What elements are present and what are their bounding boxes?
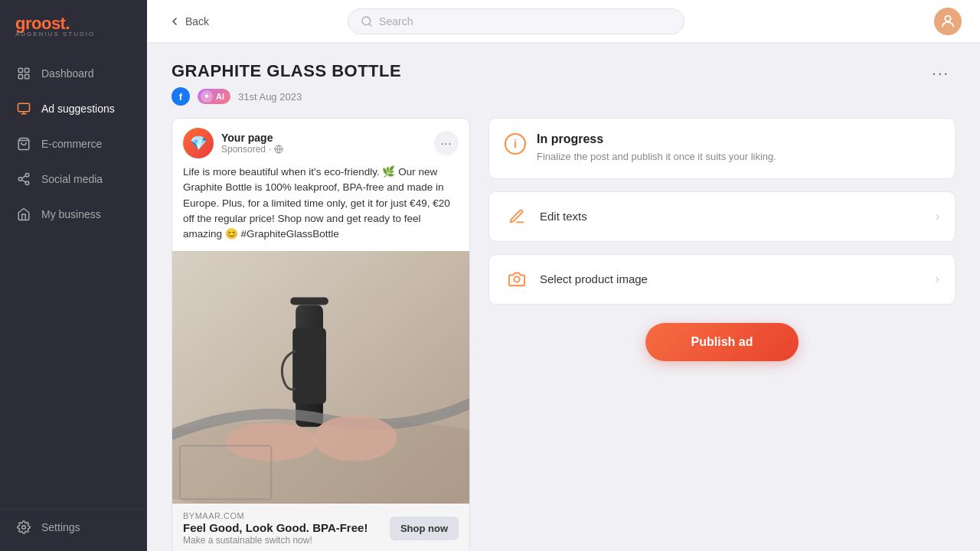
search-bar[interactable] (348, 8, 684, 34)
header: Back (147, 0, 980, 43)
avatar (934, 8, 962, 35)
main-content: Back GRAPHITE GLASS BOTTLE f (147, 0, 980, 551)
sidebar-item-my-business[interactable]: My business (0, 197, 147, 232)
back-label: Back (185, 15, 209, 28)
social-media-icon (15, 171, 32, 187)
select-image-card[interactable]: Select product image › (488, 254, 956, 305)
svg-point-14 (945, 15, 950, 21)
ad-image (172, 251, 469, 504)
ad-more-button[interactable]: ··· (434, 131, 459, 155)
content-area: GRAPHITE GLASS BOTTLE f ✦ AI 31st Aug 20… (147, 43, 980, 551)
chevron-right-icon-2: › (936, 272, 939, 286)
camera-icon (505, 267, 529, 292)
svg-rect-4 (18, 103, 30, 112)
svg-rect-19 (290, 298, 328, 305)
ad-footer-left: BYMAAR.COM Feel Good, Look Good. BPA-Fre… (183, 511, 368, 546)
search-icon (361, 15, 373, 28)
my-business-icon (15, 206, 32, 223)
chevron-right-icon: › (936, 210, 939, 223)
back-button[interactable]: Back (165, 11, 217, 32)
sidebar-item-ad-suggestions[interactable]: Ad suggestions (0, 91, 147, 126)
ad-footer: BYMAAR.COM Feel Good, Look Good. BPA-Fre… (172, 504, 469, 551)
settings-icon (15, 519, 32, 536)
ai-badge: ✦ AI (198, 89, 230, 104)
svg-rect-3 (25, 75, 29, 79)
ad-body-text: Life is more beautiful when it's eco-fri… (172, 165, 469, 251)
svg-rect-2 (18, 75, 22, 79)
search-input[interactable] (379, 15, 671, 28)
ad-preview-header: 💎 Your page Sponsored · (172, 119, 469, 165)
ad-domain: BYMAAR.COM (183, 511, 368, 520)
svg-point-25 (514, 276, 519, 282)
sidebar-item-social-media[interactable]: Social media (0, 161, 147, 197)
svg-rect-0 (18, 68, 22, 72)
ad-page-name: Your page (221, 132, 283, 144)
status-card: i In progress Finalize the post and publ… (488, 118, 956, 179)
facebook-badge: f (172, 87, 190, 106)
sidebar-label-e-commerce: E-commerce (41, 138, 102, 150)
page-header: GRAPHITE GLASS BOTTLE f ✦ AI 31st Aug 20… (172, 61, 956, 106)
sidebar-label-social-media: Social media (41, 173, 103, 185)
sidebar: groost. ADGENIUS STUDIO Dashboard (0, 0, 147, 551)
sidebar-item-e-commerce[interactable]: E-commerce (0, 126, 147, 161)
ad-preview-card: 💎 Your page Sponsored · (172, 118, 470, 551)
ad-suggestions-icon (15, 100, 32, 117)
edit-texts-card[interactable]: Edit texts › (488, 191, 956, 242)
sidebar-label-my-business: My business (41, 208, 101, 220)
sponsored-dot: · (269, 144, 271, 155)
select-image-label: Select product image (540, 272, 925, 285)
status-content: In progress Finalize the post and publis… (537, 132, 776, 165)
globe-icon (274, 145, 283, 154)
page-date: 31st Aug 2023 (238, 91, 302, 103)
svg-line-10 (21, 176, 25, 178)
logo: groost. ADGENIUS STUDIO (0, 0, 147, 50)
svg-line-13 (369, 24, 371, 26)
status-title: In progress (537, 132, 776, 146)
sidebar-label-dashboard: Dashboard (41, 67, 94, 80)
ad-headline: Feel Good, Look Good. BPA-Free! (183, 521, 368, 534)
ad-sponsored: Sponsored · (221, 144, 283, 155)
sidebar-label-ad-suggestions: Ad suggestions (41, 103, 115, 115)
svg-point-22 (313, 416, 397, 461)
pencil-icon (505, 204, 529, 229)
more-options-button[interactable]: ··· (926, 61, 956, 85)
edit-texts-label: Edit texts (540, 210, 925, 223)
status-description: Finalize the post and publish it once it… (537, 149, 776, 165)
ai-badge-label: AI (216, 92, 224, 101)
sidebar-label-settings: Settings (41, 521, 80, 533)
svg-rect-1 (25, 68, 29, 72)
page-meta: f ✦ AI 31st Aug 2023 (172, 87, 401, 106)
ad-description: Make a sustainable switch now! (183, 535, 368, 546)
logo-sub: ADGENIUS STUDIO (15, 31, 95, 37)
sidebar-item-dashboard[interactable]: Dashboard (0, 56, 147, 91)
two-col-layout: 💎 Your page Sponsored · (172, 118, 956, 551)
publish-ad-button[interactable]: Publish ad (645, 323, 799, 361)
ad-page-icon: 💎 (183, 128, 214, 158)
svg-line-9 (21, 180, 25, 182)
dashboard-icon (15, 65, 32, 82)
e-commerce-icon (15, 135, 32, 152)
ai-badge-icon: ✦ (201, 90, 213, 103)
nav-menu: Dashboard Ad suggestions E-commerce (0, 50, 147, 551)
page-title: GRAPHITE GLASS BOTTLE (172, 61, 401, 81)
right-panel: i In progress Finalize the post and publ… (488, 118, 956, 361)
svg-point-11 (22, 526, 26, 530)
shop-now-button[interactable]: Shop now (390, 517, 459, 540)
svg-rect-21 (292, 328, 326, 404)
sidebar-item-settings[interactable]: Settings (0, 509, 147, 545)
status-icon: i (505, 133, 526, 155)
